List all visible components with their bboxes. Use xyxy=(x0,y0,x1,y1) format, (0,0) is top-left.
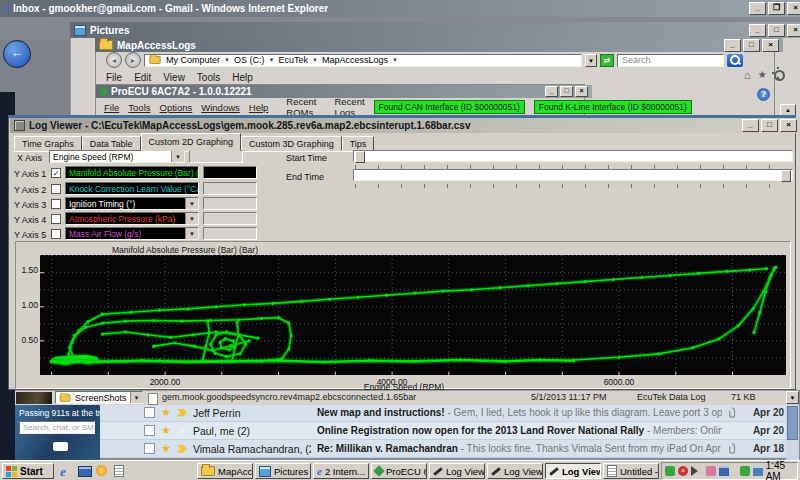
address-dropdown-button[interactable]: ▼ xyxy=(585,54,597,67)
chevron-down-icon[interactable]: ▼ xyxy=(312,57,318,63)
tab-data-table[interactable]: Data Table xyxy=(82,136,141,151)
explorer-search-input[interactable]: Search xyxy=(617,54,724,67)
y-axis-select[interactable]: Ignition Timing (°) ▼ xyxy=(65,197,199,210)
menu-windows[interactable]: Windows xyxy=(201,102,240,113)
tab-tips[interactable]: Tips xyxy=(342,136,375,151)
y-axis-select[interactable]: Mass Air Flow (g/s) ▼ xyxy=(65,227,199,240)
quicklaunch-document-icon[interactable] xyxy=(114,465,124,477)
pictures-window-titlebar[interactable]: Pictures _ □ × xyxy=(70,22,800,38)
maximize-button[interactable]: □ xyxy=(560,86,573,97)
taskbar-button-5[interactable]: Log Viewe...▼ xyxy=(429,463,485,479)
menu-tools[interactable]: Tools xyxy=(197,72,220,83)
y-axis-select[interactable]: Atmospheric Pressure (kPa) ▼ xyxy=(65,212,199,225)
breadcrumb-item[interactable]: EcuTek xyxy=(278,55,308,65)
maximize-button[interactable]: □ xyxy=(761,119,778,132)
taskbar-button-6[interactable]: Log Viewe...▼ xyxy=(487,463,543,479)
can-interface-status[interactable]: Found CAN Interface (ID $00000051) xyxy=(374,100,525,114)
home-icon[interactable]: ⌂ xyxy=(744,70,751,81)
importance-icon[interactable] xyxy=(177,427,187,435)
tray-speaker-icon[interactable] xyxy=(691,466,703,476)
taskbar-button-7[interactable]: Log View...▼ xyxy=(545,463,601,479)
email-row-1[interactable]: ★ Jeff Perrin New map and instructions! … xyxy=(100,404,786,422)
tab-custom-2d-graphing[interactable]: Custom 2D Graphing xyxy=(141,133,242,151)
tray-messenger-icon[interactable] xyxy=(706,466,716,476)
y-axis-checkbox[interactable] xyxy=(51,184,61,194)
log-viewer-titlebar[interactable]: Log Viewer - C:\EcuTek\MapAccessLogs\gem… xyxy=(10,118,800,133)
y-axis-checkbox[interactable] xyxy=(51,229,61,239)
y-axis-checkbox[interactable] xyxy=(51,199,61,209)
y-axis-checkbox[interactable] xyxy=(51,214,61,224)
email-row-3[interactable]: ★ Vimala Ramachandran, (2) Re: Millikan … xyxy=(100,440,786,458)
star-icon[interactable]: ★ xyxy=(161,443,171,454)
chevron-down-icon[interactable]: ▼ xyxy=(171,151,184,162)
menu-help[interactable]: Help xyxy=(232,72,253,83)
breadcrumb-item[interactable]: My Computer xyxy=(166,55,220,65)
importance-icon[interactable] xyxy=(177,409,187,417)
minimize-button[interactable]: _ xyxy=(749,24,766,37)
email-checkbox[interactable] xyxy=(144,443,155,454)
start-time-slider[interactable] xyxy=(353,150,793,162)
maximize-button[interactable]: □ xyxy=(743,39,760,52)
nav-forward-button[interactable]: ► xyxy=(125,52,141,68)
ie-window-titlebar[interactable]: e Inbox - gmookher@gmail.com - Gmail - W… xyxy=(0,0,800,17)
end-time-slider[interactable] xyxy=(353,169,793,181)
chevron-down-icon[interactable]: ▼ xyxy=(392,57,398,63)
chevron-down-icon[interactable]: ▼ xyxy=(224,57,230,63)
menu-file[interactable]: File xyxy=(104,102,119,113)
favorites-icon[interactable]: ★ xyxy=(758,70,767,80)
breadcrumb-item[interactable]: OS (C:) xyxy=(234,55,265,65)
menu-tools[interactable]: Tools xyxy=(128,102,150,113)
breadcrumb-item[interactable]: MapAccessLogs xyxy=(322,55,388,65)
star-icon[interactable]: ★ xyxy=(161,407,171,418)
nav-back-button[interactable]: ◄ xyxy=(106,52,122,68)
chevron-down-icon[interactable]: ▼ xyxy=(130,392,143,403)
file-name[interactable]: gem.mook.goodspeedsyncro.rev4map2.ebcsco… xyxy=(162,392,416,402)
star-icon[interactable]: ★ xyxy=(161,425,171,436)
quicklaunch-ie-icon[interactable]: e xyxy=(60,465,66,478)
y-axis-checkbox[interactable]: ✓ xyxy=(51,168,61,178)
back-button[interactable]: ← xyxy=(3,40,31,68)
y-axis-select[interactable]: Knock Correction Learn Value (°CA) ▼ xyxy=(65,182,199,195)
explorer-window-titlebar[interactable]: MapAccessLogs _ □ × xyxy=(95,38,783,52)
menu-file[interactable]: File xyxy=(106,72,122,83)
close-button[interactable]: × xyxy=(762,39,779,52)
chevron-down-icon[interactable]: ▼ xyxy=(268,57,274,63)
tray-clock[interactable]: 1:45 AM xyxy=(766,460,794,480)
minimize-button[interactable]: _ xyxy=(545,86,558,97)
email-row-2[interactable]: ★ Paul, me (2) Online Registration now o… xyxy=(100,422,786,440)
close-button[interactable]: × xyxy=(780,119,797,132)
tray-green-app-icon[interactable] xyxy=(665,466,675,476)
tray-red-alert-icon[interactable]: × xyxy=(678,466,688,476)
refresh-button[interactable]: ⇄ xyxy=(600,54,614,67)
help-icon[interactable]: ? xyxy=(757,88,770,101)
menu-edit[interactable]: Edit xyxy=(134,72,151,83)
close-button[interactable]: × xyxy=(787,2,800,15)
scrollbar-thumb[interactable] xyxy=(787,406,798,440)
minimize-button[interactable]: _ xyxy=(724,39,741,52)
chevron-down-icon[interactable]: ▼ xyxy=(185,213,198,224)
email-scrollbar[interactable] xyxy=(786,404,799,460)
chat-search-input[interactable]: Search, chat, or SMS xyxy=(19,421,95,434)
menu-view[interactable]: View xyxy=(163,72,185,83)
chat-bubble-icon[interactable] xyxy=(53,442,68,451)
x-axis-select[interactable]: Engine Speed (RPM) ▼ xyxy=(49,150,185,163)
scroll-down-button[interactable]: ▼ xyxy=(786,391,799,404)
folder-combobox[interactable]: ScreenShots ▼ xyxy=(55,391,143,404)
menu-help[interactable]: Help xyxy=(249,102,269,113)
scatter-plot[interactable] xyxy=(40,255,786,375)
close-button[interactable]: × xyxy=(575,86,588,97)
tray-display-icon[interactable] xyxy=(719,466,729,476)
importance-icon[interactable] xyxy=(177,445,187,453)
chevron-down-icon[interactable]: ▼ xyxy=(185,198,198,209)
slider-thumb[interactable] xyxy=(355,151,365,163)
taskbar-button-8[interactable]: Untitled - ...▼ xyxy=(603,463,659,479)
search-button[interactable] xyxy=(727,54,743,67)
email-checkbox[interactable] xyxy=(144,425,155,436)
tray-network-icon[interactable] xyxy=(740,466,750,476)
quicklaunch-desktop-icon[interactable] xyxy=(78,466,92,477)
breadcrumb[interactable]: My Computer▼ OS (C:)▼ EcuTek▼ MapAccessL… xyxy=(144,54,582,67)
close-button[interactable]: × xyxy=(787,24,800,37)
chevron-down-icon[interactable]: ▼ xyxy=(185,228,198,239)
start-button[interactable]: Start xyxy=(2,463,54,479)
tray-monitor-icon[interactable] xyxy=(753,466,763,476)
